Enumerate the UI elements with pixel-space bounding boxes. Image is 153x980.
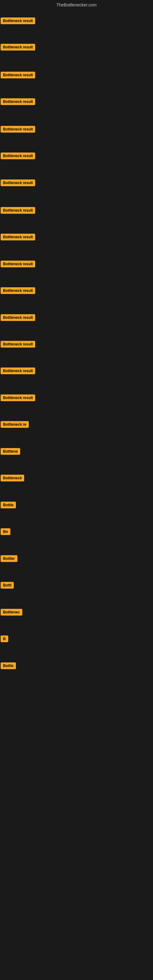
bottleneck-result-2[interactable]: Bottleneck result — [1, 44, 35, 51]
bottleneck-result-6[interactable]: Bottleneck result — [1, 153, 35, 159]
bottleneck-result-14[interactable]: Bottleneck result — [1, 368, 35, 374]
bottleneck-result-18[interactable]: Bottleneck — [1, 475, 24, 481]
bottleneck-result-8[interactable]: Bottleneck result — [1, 207, 35, 214]
page-container: TheBottlenecker.com Bottleneck resultBot… — [0, 0, 153, 980]
bottleneck-result-7[interactable]: Bottleneck result — [1, 180, 35, 186]
bottleneck-result-15[interactable]: Bottleneck result — [1, 395, 35, 401]
bottleneck-result-3[interactable]: Bottleneck result — [1, 72, 35, 78]
bottleneck-result-20[interactable]: Bo — [1, 528, 10, 535]
bottleneck-result-5[interactable]: Bottleneck result — [1, 126, 35, 133]
bottleneck-result-23[interactable]: Bottlenec — [1, 609, 22, 616]
bottleneck-result-19[interactable]: Bottle — [1, 502, 16, 508]
bottleneck-result-25[interactable]: Bottle — [1, 662, 16, 669]
bottleneck-result-4[interactable]: Bottleneck result — [1, 98, 35, 105]
site-title: TheBottlenecker.com — [0, 0, 153, 9]
bottleneck-result-16[interactable]: Bottleneck re — [1, 421, 29, 428]
bottleneck-result-11[interactable]: Bottleneck result — [1, 287, 35, 294]
bottleneck-result-1[interactable]: Bottleneck result — [1, 18, 35, 24]
bottleneck-result-24[interactable]: B — [1, 635, 8, 642]
bottleneck-result-9[interactable]: Bottleneck result — [1, 234, 35, 240]
bottleneck-result-22[interactable]: Bottl — [1, 582, 14, 589]
bottleneck-result-17[interactable]: Bottlene — [1, 448, 20, 455]
bottleneck-result-21[interactable]: Bottler — [1, 555, 18, 562]
bottleneck-result-10[interactable]: Bottleneck result — [1, 261, 35, 267]
bottleneck-result-13[interactable]: Bottleneck result — [1, 341, 35, 348]
bottleneck-result-12[interactable]: Bottleneck result — [1, 314, 35, 321]
